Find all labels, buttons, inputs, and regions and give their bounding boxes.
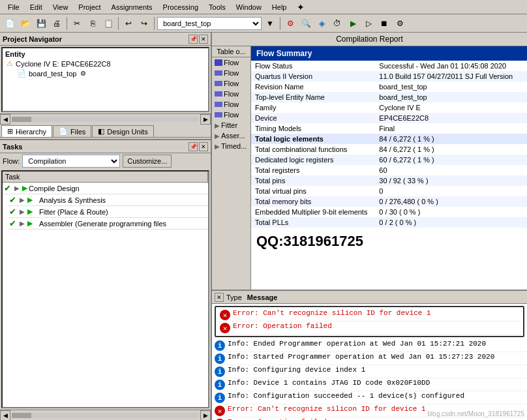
undo-btn[interactable]: ↩ bbox=[121, 16, 136, 31]
menu-processing[interactable]: Processing bbox=[158, 2, 203, 12]
task-row-analysis[interactable]: ✔ ▶ ▶ Analysis & Synthesis bbox=[8, 194, 208, 206]
flow-row-15: Total PLLs 0 / 2 ( 0 % ) bbox=[251, 217, 527, 228]
tab-design-units[interactable]: ◧ Design Units bbox=[92, 125, 153, 137]
tasks-hscroll-right-btn[interactable]: ▶ bbox=[200, 410, 211, 421]
compile-btn[interactable]: ⚙ bbox=[283, 16, 297, 31]
menu-edit[interactable]: Edit bbox=[25, 2, 48, 12]
menu-project[interactable]: Project bbox=[73, 2, 106, 12]
toc-item-0[interactable]: Flow bbox=[212, 57, 250, 68]
msg-text-info-3: Info: Device 1 contains JTAG ID code 0x0… bbox=[228, 379, 430, 387]
toc-item-assembler[interactable]: ▶ Asser... bbox=[212, 130, 250, 141]
msg-row-info-1[interactable]: i Info: Started Programmer operation at … bbox=[212, 352, 527, 365]
timing-btn[interactable]: ⏱ bbox=[330, 16, 344, 31]
toc-label-1: Flow bbox=[224, 69, 239, 77]
task-col-header: Task bbox=[3, 172, 208, 182]
cut-btn[interactable]: ✂ bbox=[70, 16, 84, 31]
flow-key-6: Timing Models bbox=[251, 123, 375, 134]
tasks-pin-btn[interactable]: 📌 bbox=[188, 142, 198, 151]
panel-close-btn[interactable]: ✕ bbox=[199, 35, 208, 44]
flow-val-14: 0 / 30 ( 0 % ) bbox=[375, 207, 527, 217]
toc-icon-1 bbox=[215, 70, 222, 76]
flow-row-10: Total registers 60 bbox=[251, 165, 527, 175]
tab-files[interactable]: 📄 Files bbox=[53, 125, 91, 137]
task-row-assembler[interactable]: ✔ ▶ ▶ Assembler (Generate programming fi… bbox=[8, 218, 208, 230]
toolbar: 📄 📂 💾 🖨 ✂ ⎘ 📋 ↩ ↪ board_test_top ▼ ⚙ 🔍 ◈… bbox=[0, 14, 527, 33]
paste-btn[interactable]: 📋 bbox=[101, 16, 115, 31]
msg-text-error-3: Error: Can't recognize silicon ID for de… bbox=[228, 405, 426, 413]
flow-val-2: board_test_top bbox=[375, 82, 527, 92]
tab-design-units-label: Design Units bbox=[107, 128, 147, 136]
stop-btn[interactable]: ⏹ bbox=[377, 16, 391, 31]
flow-key-4: Family bbox=[251, 102, 375, 113]
expand-compile-icon[interactable]: ▶ bbox=[14, 185, 21, 192]
menu-help[interactable]: Help bbox=[267, 2, 292, 12]
msg-row-info-0[interactable]: i Info: Ended Programmer operation at We… bbox=[212, 339, 527, 352]
tasks-hscroll-left-btn[interactable]: ◀ bbox=[0, 410, 10, 421]
file-action-icon: ⚙ bbox=[80, 70, 86, 77]
toc-item-1[interactable]: Flow bbox=[212, 68, 250, 78]
tab-hierarchy[interactable]: ⊞ Hierarchy bbox=[1, 125, 52, 137]
menu-tools[interactable]: Tools bbox=[203, 2, 231, 12]
toc-item-4[interactable]: Flow bbox=[212, 99, 250, 110]
hscroll-left-btn[interactable]: ◀ bbox=[0, 114, 10, 125]
tasks-controls: 📌 ✕ bbox=[188, 142, 208, 151]
toc-item-3[interactable]: Flow bbox=[212, 89, 250, 99]
flow-row-13: Total memory bits 0 / 276,480 ( 0 % ) bbox=[251, 196, 527, 207]
menu-window[interactable]: Window bbox=[231, 2, 267, 12]
analyze-btn[interactable]: 🔍 bbox=[299, 16, 313, 31]
watermark-text: blog.csdn.net/Moon_3181961725 bbox=[428, 410, 524, 417]
menu-assignments[interactable]: Assignments bbox=[106, 2, 158, 12]
flow-val-5: EP4CE6E22C8 bbox=[375, 113, 527, 123]
bottom-close-btn[interactable]: ✕ bbox=[215, 293, 224, 302]
toolbar-sep-3 bbox=[154, 17, 155, 30]
msg-row-error-4[interactable]: ✕ Error: Operation failed bbox=[212, 417, 527, 420]
entity-combo[interactable]: board_test_top bbox=[157, 17, 262, 30]
new-btn[interactable]: 📄 bbox=[3, 16, 17, 31]
fitter-btn[interactable]: ◈ bbox=[314, 16, 329, 31]
info-icon-0: i bbox=[215, 340, 225, 351]
toc-label-assembler: Asser... bbox=[221, 132, 245, 140]
toc-item-5[interactable]: Flow bbox=[212, 110, 250, 120]
flow-key-5: Device bbox=[251, 113, 375, 123]
expand-analysis-icon[interactable]: ▶ bbox=[20, 196, 26, 203]
entity-file-item[interactable]: 📄 board_test_top ⚙ bbox=[4, 68, 207, 78]
redo-btn[interactable]: ↪ bbox=[137, 16, 151, 31]
msg-row-info-2[interactable]: i Info: Configuring device index 1 bbox=[212, 365, 527, 378]
error-icon-2: ✕ bbox=[220, 323, 230, 333]
open-btn[interactable]: 📂 bbox=[18, 16, 33, 31]
copy-btn[interactable]: ⎘ bbox=[85, 16, 100, 31]
task-row-fitter[interactable]: ✔ ▶ ▶ Fitter (Place & Route) bbox=[8, 206, 208, 218]
tasks-hscroll-track[interactable] bbox=[12, 413, 199, 418]
menu-file[interactable]: File bbox=[3, 2, 25, 12]
bottom-panel: ✕ Type Message ✕ Error: Can't recognize … bbox=[212, 290, 527, 420]
flow-row-0: Flow Status Successful - Wed Jan 01 10:4… bbox=[251, 61, 527, 71]
tasks-close-btn[interactable]: ✕ bbox=[199, 142, 208, 151]
hscroll-right-btn[interactable]: ▶ bbox=[200, 114, 211, 125]
expand-assembler-icon[interactable]: ▶ bbox=[20, 220, 26, 227]
toc-item-fitter[interactable]: ▶ Fitter bbox=[212, 120, 250, 130]
flow-key-15: Total PLLs bbox=[251, 217, 375, 228]
msg-row-error-2[interactable]: ✕ Error: Operation failed bbox=[217, 322, 522, 335]
msg-row-info-4[interactable]: i Info: Configuration succeeded -- 1 dev… bbox=[212, 391, 527, 404]
hscroll-track[interactable] bbox=[12, 117, 199, 122]
save-btn[interactable]: 💾 bbox=[34, 16, 48, 31]
file-icon: 📄 bbox=[17, 69, 26, 78]
combo-go-btn[interactable]: ▼ bbox=[263, 16, 277, 31]
settings-btn[interactable]: ⚙ bbox=[393, 16, 407, 31]
msg-row-error-1[interactable]: ✕ Error: Can't recognize silicon ID for … bbox=[217, 308, 522, 322]
flow-key-1: Quartus II Version bbox=[251, 71, 375, 82]
panel-pin-btn[interactable]: 📌 bbox=[188, 35, 198, 44]
programmer-btn[interactable]: ▶ bbox=[346, 16, 360, 31]
msg-row-info-3[interactable]: i Info: Device 1 contains JTAG ID code 0… bbox=[212, 378, 527, 391]
print-btn[interactable]: 🖨 bbox=[50, 16, 64, 31]
entity-chip-item[interactable]: ⚠ Cyclone IV E: EP4CE6E22C8 bbox=[4, 59, 207, 68]
toc-label-3: Flow bbox=[224, 90, 239, 98]
flow-combo[interactable]: Compilation bbox=[22, 155, 120, 168]
menu-view[interactable]: View bbox=[48, 2, 74, 12]
expand-fitter-icon[interactable]: ▶ bbox=[20, 208, 26, 215]
toc-item-timed[interactable]: ▶ Timed... bbox=[212, 141, 250, 151]
toc-item-2[interactable]: Flow bbox=[212, 78, 250, 89]
run-btn[interactable]: ▷ bbox=[361, 16, 376, 31]
task-row-compile[interactable]: ✔ ▶ ▶ Compile Design bbox=[3, 183, 208, 194]
customize-btn[interactable]: Customize... bbox=[123, 155, 172, 168]
